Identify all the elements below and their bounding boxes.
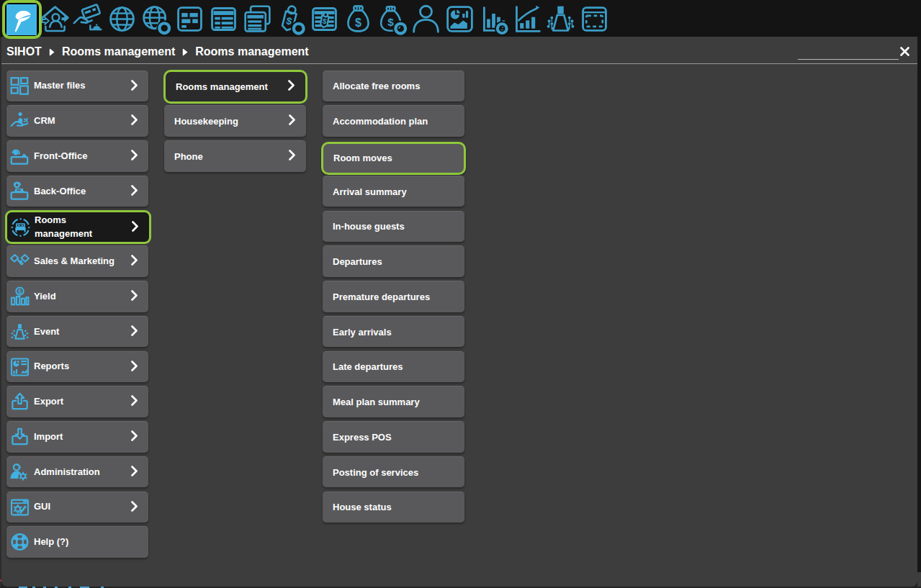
svg-text:$: $ [355, 16, 361, 28]
svg-text:$: $ [18, 288, 22, 295]
